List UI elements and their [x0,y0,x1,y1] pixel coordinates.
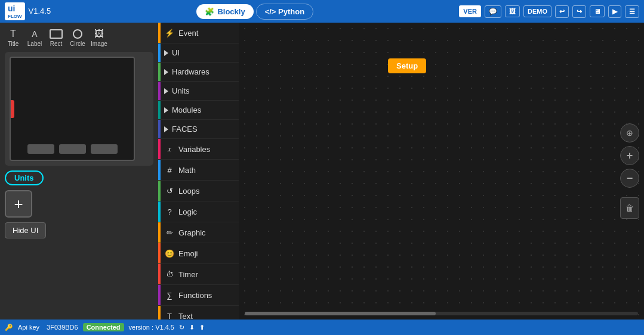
color-bar-graphic [158,222,161,243]
sidebar-item-ui[interactable]: UI [158,44,239,63]
sidebar-item-text[interactable]: TText [158,306,239,320]
redo-button[interactable]: ↪ [572,5,586,18]
sidebar-item-hardwares[interactable]: Hardwares [158,63,239,82]
screen-btn-3 [91,144,118,154]
right-controls: ⊕ + − 🗑 [620,123,639,219]
trash-button[interactable]: 🗑 [620,197,639,219]
sidebar-item-graphic[interactable]: ✏Graphic [158,222,239,243]
svg-rect-0 [50,30,62,38]
refresh-icon[interactable]: ↻ [179,324,184,331]
sidebar-icon-loops: ↺ [164,185,175,196]
upload-icon[interactable]: ⬆ [199,324,205,331]
topbar-tabs: 🧩 Blockly </> Python [196,4,313,20]
sidebar-label-faces: FACES [172,125,198,134]
sidebar-label-modules: Modules [172,106,201,114]
api-key-value: 3F039BD6 [47,324,78,331]
sidebar-item-variables[interactable]: 𝑥Variables [158,139,239,160]
version-info: version : V1.4.5 [129,324,174,331]
screen-btn-1 [27,144,54,154]
canvas-area[interactable]: Setup ⊕ + − 🗑 [239,23,644,320]
sidebar-item-math[interactable]: #Math [158,160,239,181]
chat-button[interactable]: 💬 [485,5,501,18]
sidebar-icon-variables: 𝑥 [164,144,175,154]
canvas-scrollbar[interactable] [239,311,644,316]
sidebar-icon-functions: ∑ [164,290,175,300]
zoom-target-button[interactable]: ⊕ [620,123,639,142]
logo: ui FLOW [5,2,25,20]
tool-icons-row: T Title A Label Rect Circle 🖼 [5,27,153,47]
topbar-actions: VER 💬 🖼 DEMO ↩ ↪ 🖥 ▶ ☰ [459,5,639,18]
tool-title[interactable]: T Title [5,27,21,47]
sidebar-label-variables: Variables [178,145,210,154]
arrow-icon-units [164,88,168,94]
setup-block[interactable]: Setup [388,58,426,73]
sidebar-label-timer: Timer [178,270,198,279]
color-bar-variables [158,139,161,159]
sidebar-item-units[interactable]: Units [158,82,239,101]
sidebar-icon-graphic: ✏ [164,227,175,238]
sidebar-item-emoji[interactable]: 😊Emoji [158,243,239,264]
arrow-icon-faces [164,126,168,132]
sidebar-label-logic: Logic [178,207,197,216]
hide-ui-button[interactable]: Hide UI [5,222,46,238]
left-panel: T Title A Label Rect Circle 🖼 [0,23,158,320]
download-icon[interactable]: ⬇ [189,324,195,331]
sidebar-icon-emoji: 😊 [164,248,175,259]
topbar-left: ui FLOW V1.4.5 [5,2,51,20]
color-bar-units [158,82,161,100]
color-bar-text [158,306,161,320]
undo-button[interactable]: ↩ [555,5,569,18]
sidebar-icon-timer: ⏱ [164,269,175,280]
run-button[interactable]: ▶ [608,5,621,18]
demo-button[interactable]: DEMO [523,5,551,17]
red-indicator [11,100,14,118]
color-bar-loops [158,181,161,201]
sidebar-item-modules[interactable]: Modules [158,101,239,120]
tool-circle[interactable]: Circle [69,27,86,47]
sidebar-label-emoji: Emoji [178,249,198,258]
color-bar-hardwares [158,63,161,81]
tab-blockly[interactable]: 🧩 Blockly [196,4,253,19]
sidebar-icon-event: ⚡ [164,27,175,38]
image-button[interactable]: 🖼 [505,5,520,17]
menu-button[interactable]: ☰ [625,5,639,18]
tool-label[interactable]: A Label [26,27,43,47]
sidebar-item-timer[interactable]: ⏱Timer [158,264,239,285]
sidebar-item-loops[interactable]: ↺Loops [158,181,239,201]
tool-image[interactable]: 🖼 Image [91,27,107,47]
color-bar-faces [158,120,161,138]
ver-button[interactable]: VER [459,5,481,17]
color-bar-ui [158,44,161,62]
units-badge: Units [5,170,44,185]
sidebar-item-functions[interactable]: ∑Functions [158,285,239,306]
monitor-button[interactable]: 🖥 [590,5,605,17]
sidebar: ⚡EventUIHardwaresUnitsModulesFACES𝑥Varia… [158,23,239,320]
sidebar-label-functions: Functions [178,291,212,300]
sidebar-item-faces[interactable]: FACES [158,120,239,139]
zoom-out-button[interactable]: − [620,169,639,188]
sidebar-icon-text: T [164,311,175,320]
color-bar-event [158,23,161,43]
puzzle-icon: 🧩 [205,7,214,16]
sidebar-item-event[interactable]: ⚡Event [158,23,239,44]
arrow-icon-ui [164,50,168,56]
sidebar-label-loops: Loops [178,187,199,196]
sidebar-icon-math: # [164,165,175,175]
add-unit-button[interactable]: + [5,190,32,218]
zoom-in-button[interactable]: + [620,146,639,165]
color-bar-emoji [158,243,161,263]
connected-badge: Connected [83,323,124,331]
tool-rect[interactable]: Rect [48,27,64,47]
color-bar-timer [158,264,161,284]
svg-point-1 [73,30,82,38]
sidebar-label-math: Math [178,166,196,175]
sidebar-label-event: Event [178,29,198,38]
screen-btn-2 [59,144,86,154]
device-screen-container [5,52,153,166]
sidebar-icon-logic: ? [164,206,175,217]
tab-python[interactable]: </> Python [256,4,313,20]
color-bar-logic [158,201,161,222]
sidebar-label-graphic: Graphic [178,228,206,237]
sidebar-item-logic[interactable]: ?Logic [158,201,239,222]
color-bar-math [158,160,161,180]
